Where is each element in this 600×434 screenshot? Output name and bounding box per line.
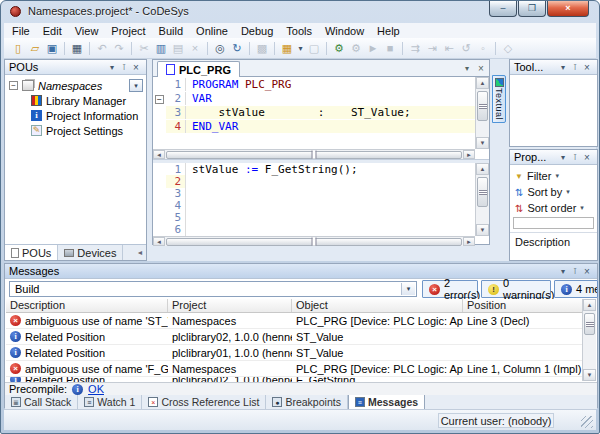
message-row[interactable]: ×ambiguous use of name 'ST_Value' Namesp… (6, 313, 582, 329)
close-icon[interactable]: × (581, 265, 593, 278)
compile-icon[interactable]: ⚙ (331, 40, 347, 56)
warnings-toggle-button[interactable]: ! 0 warning(s) (481, 280, 551, 298)
maximize-button[interactable]: ❐ (518, 1, 546, 17)
step-into-icon[interactable]: ⇥ (424, 40, 440, 56)
close-icon[interactable]: × (581, 61, 593, 74)
menu-edit[interactable]: Edit (43, 25, 62, 37)
tab-call-stack[interactable]: ≣ Call Stack (5, 395, 78, 409)
close-icon[interactable]: × (130, 61, 142, 74)
reset-icon[interactable]: ↺ (458, 40, 474, 56)
tab-watch-1[interactable]: ≡ Watch 1 (78, 395, 142, 409)
tree-item-project-information[interactable]: i Project Information (5, 108, 146, 123)
menu-online[interactable]: Online (196, 25, 228, 37)
minimize-button[interactable]: – (489, 1, 517, 17)
scroll-left-icon[interactable]: ◄ (153, 150, 165, 159)
scroll-up-icon[interactable]: ▲ (583, 299, 596, 311)
menu-window[interactable]: Window (325, 25, 364, 37)
close-button[interactable]: × (547, 1, 589, 17)
tree-item-library-manager[interactable]: Library Manager (5, 93, 146, 108)
message-row[interactable]: ×ambiguous use of name 'F_GetString' Nam… (6, 361, 582, 377)
tab-breakpoints[interactable]: ● Breakpoints (266, 395, 347, 409)
redo-icon[interactable]: ↷ (111, 40, 127, 56)
implementation-hscrollbar[interactable]: ◄ ► (153, 236, 475, 246)
scroll-down-icon[interactable]: ▼ (476, 224, 489, 236)
properties-partial-field[interactable] (513, 217, 594, 229)
panel-menu-icon[interactable]: ▾ (557, 151, 569, 164)
tab-devices[interactable]: Devices (58, 245, 123, 260)
undo-icon[interactable]: ↶ (94, 40, 110, 56)
paste-icon[interactable]: ▤ (170, 40, 186, 56)
replace-icon[interactable]: ↻ (229, 40, 245, 56)
close-tab-icon[interactable]: × (475, 62, 487, 75)
stop-icon[interactable]: ■ (382, 40, 398, 56)
tab-pous[interactable]: POUs (5, 245, 58, 260)
menu-project[interactable]: Project (111, 25, 145, 37)
tab-cross-reference-list[interactable]: × Cross Reference List (142, 395, 266, 409)
clean-icon[interactable]: ⚙ (348, 40, 364, 56)
scroll-right-icon[interactable]: ► (463, 150, 475, 159)
declaration-hscrollbar[interactable]: ◄ ► (153, 149, 475, 159)
tab-plc-prg[interactable]: PLC_PRG (157, 61, 240, 77)
find-icon[interactable]: ◎ (212, 40, 228, 56)
build-icon[interactable]: ▦ (279, 40, 295, 56)
screens-icon[interactable]: ▩ (254, 40, 270, 56)
tree-dropdown-button[interactable]: ▾ (129, 79, 143, 92)
step-out-icon[interactable]: ⇤ (441, 40, 457, 56)
scroll-right-icon[interactable]: ► (463, 237, 475, 246)
menu-file[interactable]: File (12, 25, 30, 37)
implementation-vscrollbar[interactable]: ▲ ▼ (475, 163, 489, 236)
tree-item-project-settings[interactable]: ✎ Project Settings (5, 123, 146, 138)
declaration-vscrollbar[interactable]: ▲ ▼ (475, 77, 489, 149)
new-item-icon[interactable]: ▢ (306, 40, 322, 56)
sort-order-button[interactable]: ⇅ Sort order ▾ (510, 200, 597, 216)
column-position[interactable]: Position (463, 299, 582, 312)
copy-icon[interactable]: ▥ (153, 40, 169, 56)
save-icon[interactable]: ▣ (44, 40, 60, 56)
tab-list-icon[interactable]: ▾ (461, 62, 473, 75)
column-description[interactable]: Description (6, 299, 168, 312)
close-icon[interactable]: × (581, 151, 593, 164)
print-icon[interactable]: ▦ (69, 40, 85, 56)
menu-help[interactable]: Help (377, 25, 400, 37)
tab-textual[interactable]: Textual (492, 75, 506, 123)
collapse-icon[interactable]: − (9, 81, 18, 90)
scroll-up-icon[interactable]: ▲ (476, 77, 489, 89)
breakpoint-icon[interactable]: ◦ (475, 40, 491, 56)
pin-icon[interactable]: ⊺ (569, 151, 581, 164)
column-object[interactable]: Object (292, 299, 463, 312)
declaration-editor[interactable]: 1 PROGRAM PLC_PRG −2 VAR 3 stValue : ST_… (153, 77, 489, 149)
cut-icon[interactable]: ✂ (136, 40, 152, 56)
fold-icon[interactable]: − (155, 95, 164, 104)
tree-item-namespaces[interactable]: − Namespaces ▾ (5, 78, 146, 93)
run-icon[interactable]: ► (365, 40, 381, 56)
column-project[interactable]: Project (168, 299, 292, 312)
pin-icon[interactable]: ⊺ (569, 265, 581, 278)
step-over-icon[interactable]: ⇉ (407, 40, 423, 56)
sort-by-button[interactable]: ⇅ Sort by ▾ (510, 184, 597, 200)
pin-icon[interactable]: ⊺ (118, 61, 130, 74)
filter-button[interactable]: ▼ Filter ▾ (510, 168, 597, 184)
message-row[interactable]: iRelated Position plclibrary01, 1.0.0 (h… (6, 345, 582, 361)
panel-menu-icon[interactable]: ▾ (557, 61, 569, 74)
menu-view[interactable]: View (75, 25, 99, 37)
new-file-icon[interactable]: ▯ (10, 40, 26, 56)
messages-toggle-button[interactable]: i 4 message(s) (554, 280, 598, 298)
tab-messages[interactable]: ≡ Messages (348, 395, 425, 409)
scroll-down-icon[interactable]: ▼ (583, 369, 596, 381)
combo-dropdown-icon[interactable]: ▾ (401, 283, 415, 295)
pin-icon[interactable]: ⊺ (569, 61, 581, 74)
errors-toggle-button[interactable]: × 2 error(s) (422, 280, 478, 298)
implementation-editor[interactable]: 1 stValue := F_GetString(); 2 3 4 5 6 (153, 163, 489, 236)
panel-menu-icon[interactable]: ▾ (106, 61, 118, 74)
tab-scroll-left-icon[interactable]: ◄ (134, 245, 146, 260)
menu-tools[interactable]: Tools (286, 25, 312, 37)
messages-vscrollbar[interactable]: ▲ ▼ (582, 299, 596, 381)
build-dropdown-icon[interactable]: ▾ (296, 40, 305, 56)
panel-menu-icon[interactable]: ▾ (557, 265, 569, 278)
scroll-down-icon[interactable]: ▼ (476, 137, 489, 149)
precompile-ok-link[interactable]: OK (88, 383, 104, 395)
message-row[interactable]: iRelated Position plclibrary02, 1.0.0 (h… (6, 329, 582, 345)
scroll-up-icon[interactable]: ▲ (476, 163, 489, 175)
delete-icon[interactable]: × (187, 40, 203, 56)
resize-grip[interactable] (581, 416, 593, 428)
